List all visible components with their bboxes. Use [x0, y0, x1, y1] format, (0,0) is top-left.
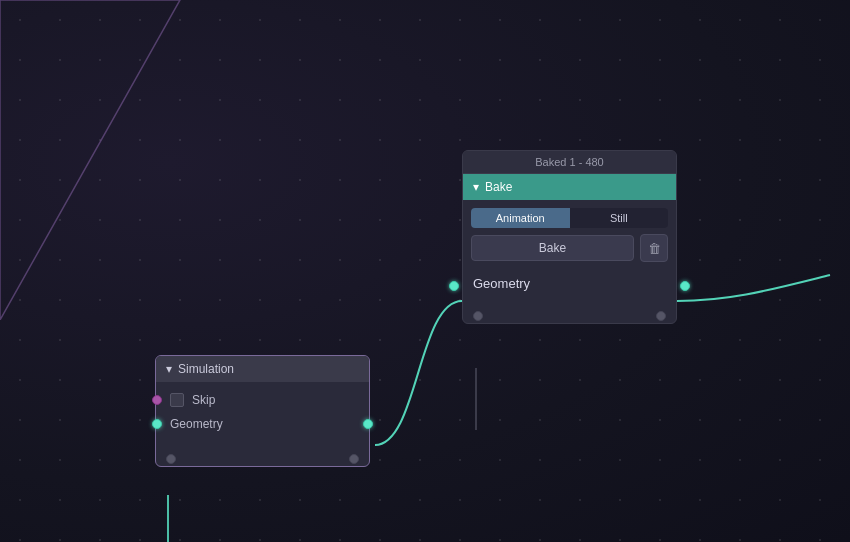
bottom-right-socket-bake[interactable] — [656, 311, 666, 321]
geometry-output-socket-sim[interactable] — [363, 419, 373, 429]
bake-section-header: ▾ Bake — [463, 174, 676, 200]
bake-button-row: Bake 🗑 — [471, 234, 668, 262]
skip-label: Skip — [192, 393, 215, 407]
chevron-down-icon: ▾ — [166, 362, 172, 376]
bake-button[interactable]: Bake — [471, 235, 634, 261]
bake-node-title: Baked 1 - 480 — [463, 151, 676, 174]
bottom-left-socket-bake[interactable] — [473, 311, 483, 321]
skip-input-socket[interactable] — [152, 395, 162, 405]
svg-marker-0 — [0, 0, 180, 320]
delete-bake-button[interactable]: 🗑 — [640, 234, 668, 262]
geometry-input-socket-bake[interactable] — [449, 281, 459, 291]
node-connections — [0, 0, 850, 542]
simulation-node-title: Simulation — [178, 362, 234, 376]
geometry-output-socket-bake[interactable] — [680, 281, 690, 291]
trash-icon: 🗑 — [648, 241, 661, 256]
skip-row: Skip — [166, 390, 359, 410]
geometry-row-bake: Geometry — [463, 272, 676, 299]
tab-still[interactable]: Still — [570, 208, 669, 228]
bake-section-label: Bake — [485, 180, 512, 194]
tab-animation[interactable]: Animation — [471, 208, 570, 228]
geometry-row-sim: Geometry — [166, 414, 359, 434]
bottom-left-socket-sim[interactable] — [166, 454, 176, 464]
geometry-label-bake: Geometry — [473, 276, 530, 291]
bake-mode-tabs: Animation Still — [471, 208, 668, 228]
bake-node: Baked 1 - 480 ▾ Bake Animation Still Bak… — [462, 150, 677, 324]
simulation-node: ▾ Simulation Skip Geometry — [155, 355, 370, 467]
chevron-down-icon-bake: ▾ — [473, 180, 479, 194]
simulation-node-header: ▾ Simulation — [156, 356, 369, 382]
bg-decorative-shape — [0, 0, 220, 320]
bake-bottom-sockets — [463, 303, 676, 323]
simulation-bottom-sockets — [156, 446, 369, 466]
bake-controls: Animation Still Bake 🗑 — [463, 200, 676, 272]
geometry-input-socket-sim[interactable] — [152, 419, 162, 429]
bottom-right-socket-sim[interactable] — [349, 454, 359, 464]
skip-checkbox[interactable] — [170, 393, 184, 407]
geometry-label-sim: Geometry — [170, 417, 223, 431]
